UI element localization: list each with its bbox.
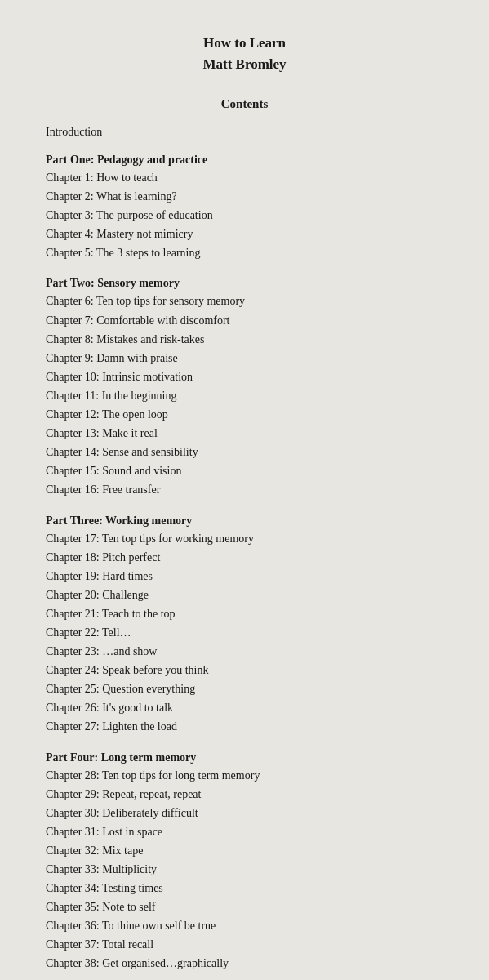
chapter-item: Chapter 32: Mix tape [46, 841, 443, 860]
chapter-item: Chapter 17: Ten top tips for working mem… [46, 529, 443, 548]
chapter-item: Chapter 13: Make it real [46, 424, 443, 443]
chapter-item: Chapter 19: Hard times [46, 567, 443, 586]
chapter-item: Chapter 25: Question everything [46, 679, 443, 698]
chapter-item: Chapter 18: Pitch perfect [46, 548, 443, 567]
chapter-item: Chapter 21: Teach to the top [46, 604, 443, 623]
part-section-4: Part Four: Long term memoryChapter 28: T… [46, 751, 443, 973]
chapter-item: Chapter 1: How to teach [46, 168, 443, 187]
book-title-line2: Matt Bromley [46, 54, 443, 75]
chapter-item: Chapter 20: Challenge [46, 586, 443, 604]
chapter-item: Chapter 28: Ten top tips for long term m… [46, 766, 443, 785]
part-heading-2: Part Two: Sensory memory [46, 277, 443, 290]
chapter-item: Chapter 36: To thine own self be true [46, 916, 443, 935]
chapter-item: Chapter 24: Speak before you think [46, 661, 443, 679]
part-heading-1: Part One: Pedagogy and practice [46, 154, 443, 167]
chapter-item: Chapter 14: Sense and sensibility [46, 443, 443, 461]
chapter-item: Chapter 22: Tell… [46, 623, 443, 642]
chapter-item: Chapter 30: Deliberately difficult [46, 804, 443, 822]
book-title-line1: How to Learn [46, 33, 443, 54]
chapter-item: Chapter 16: Free transfer [46, 480, 443, 499]
part-section-2: Part Two: Sensory memoryChapter 6: Ten t… [46, 277, 443, 499]
chapter-item: Chapter 12: The open loop [46, 405, 443, 424]
introduction-label: Introduction [46, 126, 443, 139]
chapter-item: Chapter 2: What is learning? [46, 187, 443, 206]
part-heading-3: Part Three: Working memory [46, 514, 443, 528]
chapter-item: Chapter 23: …and show [46, 642, 443, 661]
chapter-item: Chapter 33: Multiplicity [46, 860, 443, 879]
chapter-item: Chapter 35: Note to self [46, 898, 443, 916]
chapter-item: Chapter 31: Lost in space [46, 822, 443, 841]
chapter-item: Chapter 34: Testing times [46, 879, 443, 898]
chapter-item: Chapter 7: Comfortable with discomfort [46, 311, 443, 330]
chapter-item: Chapter 27: Lighten the load [46, 717, 443, 736]
chapter-item: Chapter 6: Ten top tips for sensory memo… [46, 292, 443, 310]
part-section-3: Part Three: Working memoryChapter 17: Te… [46, 514, 443, 737]
chapter-item: Chapter 38: Get organised…graphically [46, 954, 443, 973]
chapter-item: Chapter 5: The 3 steps to learning [46, 243, 443, 262]
chapter-item: Chapter 11: In the beginning [46, 386, 443, 405]
title-section: How to Learn Matt Bromley [46, 33, 443, 74]
chapter-item: Chapter 9: Damn with praise [46, 349, 443, 368]
contents-heading: Contents [46, 97, 443, 111]
chapter-item: Chapter 29: Repeat, repeat, repeat [46, 785, 443, 804]
chapter-item: Chapter 10: Intrinsic motivation [46, 368, 443, 386]
chapter-item: Chapter 3: The purpose of education [46, 206, 443, 225]
chapter-item: Chapter 15: Sound and vision [46, 461, 443, 480]
chapter-item: Chapter 37: Total recall [46, 935, 443, 954]
chapter-item: Chapter 26: It's good to talk [46, 698, 443, 717]
chapter-item: Chapter 4: Mastery not mimicry [46, 225, 443, 243]
part-section-1: Part One: Pedagogy and practiceChapter 1… [46, 154, 443, 262]
part-heading-4: Part Four: Long term memory [46, 751, 443, 764]
chapter-item: Chapter 8: Mistakes and risk-takes [46, 330, 443, 349]
